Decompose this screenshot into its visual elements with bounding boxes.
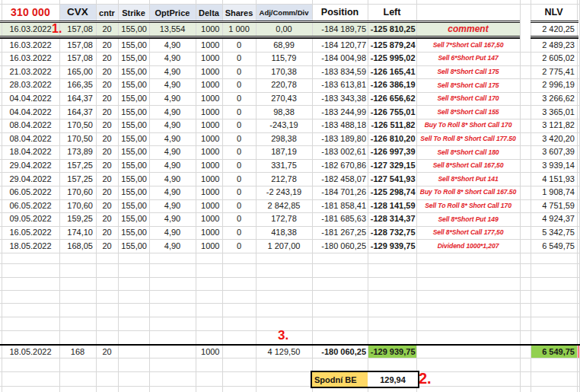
cell-delta-row8[interactable]: 1000 bbox=[196, 119, 222, 132]
cell-left-row10[interactable]: -126 997,39 bbox=[368, 145, 416, 159]
cell-optprice-row3[interactable]: 4,90 bbox=[149, 52, 196, 65]
cell-adj-row5[interactable]: 220,78 bbox=[256, 78, 312, 92]
cell-strike-row9[interactable]: 155,00 bbox=[118, 132, 149, 146]
cell-left-row3[interactable]: -125 995,02 bbox=[368, 52, 416, 65]
cell-nlv-row5[interactable]: 2 996,19 bbox=[531, 78, 577, 92]
cell-adj-row4[interactable]: 170,38 bbox=[256, 65, 312, 79]
cell-left-row11[interactable]: -127 329,15 bbox=[368, 159, 416, 173]
cell-price-row12[interactable]: 157,25 bbox=[59, 172, 96, 186]
cell-optprice-row12[interactable]: 4,90 bbox=[149, 172, 196, 186]
cell-optprice-row4[interactable]: 4,90 bbox=[149, 65, 196, 79]
cell-position-row9[interactable]: -183 189,80 bbox=[312, 132, 368, 146]
cell-date-row8[interactable]: 08.04.2022 bbox=[2, 119, 59, 132]
cell-position-row14[interactable]: -181 858,41 bbox=[312, 199, 368, 213]
cell-date-row6[interactable]: 04.04.2022 bbox=[2, 92, 59, 106]
cell-nlv-row9[interactable]: 3 420,20 bbox=[531, 132, 577, 146]
cell-shares-row2[interactable]: 0 bbox=[222, 38, 256, 52]
cell-date-row5[interactable]: 28.03.2022 bbox=[2, 78, 59, 92]
cell-optprice-row13[interactable]: 4,90 bbox=[149, 186, 196, 199]
cell-left-row13[interactable]: -125 298,74 bbox=[368, 186, 416, 199]
cell-position-row4[interactable]: -183 834,59 bbox=[312, 65, 368, 79]
cell-cntr-row12[interactable]: 20 bbox=[96, 172, 118, 186]
cell-shares-row13[interactable]: 0 bbox=[222, 186, 256, 199]
cell-price-row16[interactable]: 174,10 bbox=[59, 226, 96, 240]
cell-date-row9[interactable]: 08.04.2022 bbox=[2, 132, 59, 146]
summary-cell-position[interactable]: -180 060,25 bbox=[312, 346, 368, 358]
cell-delta-row3[interactable]: 1000 bbox=[196, 52, 222, 65]
cell-adj-row1[interactable]: 0,00 bbox=[256, 23, 312, 36]
breakeven-value-cell[interactable]: 129,94 bbox=[368, 372, 418, 387]
cell-position-row12[interactable]: -182 458,07 bbox=[312, 172, 368, 186]
cell-date-row2[interactable]: 16.03.2022 bbox=[2, 38, 59, 52]
cell-cntr-row2[interactable]: 20 bbox=[96, 38, 118, 52]
column-header-date[interactable]: 310 000 bbox=[2, 4, 59, 21]
cell-delta-row5[interactable]: 1000 bbox=[196, 78, 222, 92]
cell-position-row15[interactable]: -181 685,63 bbox=[312, 212, 368, 226]
cell-cntr-row14[interactable]: 20 bbox=[96, 199, 118, 213]
cell-adj-row11[interactable]: 331,75 bbox=[256, 159, 312, 173]
cell-delta-row17[interactable]: 1000 bbox=[196, 239, 222, 253]
cell-delta-row13[interactable]: 1000 bbox=[196, 186, 222, 199]
cell-date-row4[interactable]: 21.03.2022 bbox=[2, 65, 59, 79]
summary-cell-date[interactable]: 18.05.2022 bbox=[2, 346, 59, 358]
cell-cntr-row6[interactable]: 20 bbox=[96, 92, 118, 106]
column-header-delta[interactable]: Delta bbox=[196, 4, 222, 21]
cell-comment-row8[interactable]: Buy To Roll 8* Short Call 170 bbox=[416, 119, 520, 132]
column-header-strike[interactable]: Strike bbox=[118, 4, 149, 21]
cell-shares-row6[interactable]: 0 bbox=[222, 92, 256, 106]
breakeven-label-cell[interactable]: Spodní BE bbox=[312, 372, 368, 387]
cell-nlv-row15[interactable]: 4 924,37 bbox=[531, 212, 577, 226]
cell-nlv-row2[interactable]: 2 489,23 bbox=[531, 38, 577, 52]
cell-date-row7[interactable]: 04.04.2022 bbox=[2, 105, 59, 119]
cell-nlv-row12[interactable]: 4 151,93 bbox=[531, 172, 577, 186]
cell-position-row3[interactable]: -184 004,98 bbox=[312, 52, 368, 65]
cell-date-row13[interactable]: 06.05.2022 bbox=[2, 186, 59, 199]
cell-left-row8[interactable]: -126 511,82 bbox=[368, 119, 416, 132]
cell-cntr-row13[interactable]: 20 bbox=[96, 186, 118, 199]
cell-comment-row11[interactable]: Sell 8*Short Call 167,50 bbox=[416, 159, 520, 173]
cell-adj-row13[interactable]: -2 243,19 bbox=[256, 186, 312, 199]
cell-cntr-row15[interactable]: 20 bbox=[96, 212, 118, 226]
cell-comment-row2[interactable]: Sell 7*Short Call 167,50 bbox=[416, 38, 520, 52]
cell-delta-row6[interactable]: 1000 bbox=[196, 92, 222, 106]
cell-shares-row9[interactable]: 0 bbox=[222, 132, 256, 146]
cell-adj-row12[interactable]: 212,78 bbox=[256, 172, 312, 186]
cell-shares-row15[interactable]: 0 bbox=[222, 212, 256, 226]
column-header-cntr[interactable]: cntr bbox=[96, 4, 118, 21]
cell-delta-row15[interactable]: 1000 bbox=[196, 212, 222, 226]
cell-nlv-row13[interactable]: 1 908,74 bbox=[531, 186, 577, 199]
cell-date-row17[interactable]: 18.05.2022 bbox=[2, 239, 59, 253]
cell-optprice-row7[interactable]: 4,90 bbox=[149, 105, 196, 119]
cell-adj-row8[interactable]: -243,19 bbox=[256, 119, 312, 132]
cell-comment-row4[interactable]: Sell 8*Short Call 175 bbox=[416, 65, 520, 79]
cell-shares-row10[interactable]: 0 bbox=[222, 145, 256, 159]
summary-cell-delta[interactable]: 1000 bbox=[196, 346, 222, 358]
cell-cntr-row8[interactable]: 20 bbox=[96, 119, 118, 132]
cell-price-row1[interactable]: 157,08 bbox=[59, 23, 96, 36]
cell-cntr-row1[interactable]: 20 bbox=[96, 23, 118, 36]
cell-strike-row4[interactable]: 155,00 bbox=[118, 65, 149, 79]
cell-shares-row11[interactable]: 0 bbox=[222, 159, 256, 173]
cell-price-row3[interactable]: 157,08 bbox=[59, 52, 96, 65]
cell-delta-row9[interactable]: 1000 bbox=[196, 132, 222, 146]
cell-nlv-row14[interactable]: 4 751,59 bbox=[531, 199, 577, 213]
cell-strike-row12[interactable]: 155,00 bbox=[118, 172, 149, 186]
cell-shares-row3[interactable]: 0 bbox=[222, 52, 256, 65]
column-header-left[interactable]: Left bbox=[368, 4, 416, 21]
cell-position-row7[interactable]: -183 244,99 bbox=[312, 105, 368, 119]
summary-cell-adj[interactable]: 4 129,50 bbox=[256, 346, 312, 358]
cell-optprice-row11[interactable]: 4,90 bbox=[149, 159, 196, 173]
cell-adj-row10[interactable]: 187,19 bbox=[256, 145, 312, 159]
cell-price-row2[interactable]: 157,08 bbox=[59, 38, 96, 52]
cell-date-row10[interactable]: 18.04.2022 bbox=[2, 145, 59, 159]
column-header-price[interactable]: CVX bbox=[59, 4, 96, 21]
cell-shares-row16[interactable]: 0 bbox=[222, 226, 256, 240]
cell-strike-row2[interactable]: 155,00 bbox=[118, 38, 149, 52]
cell-strike-row3[interactable]: 155,00 bbox=[118, 52, 149, 65]
cell-position-row10[interactable]: -183 002,61 bbox=[312, 145, 368, 159]
cell-adj-row3[interactable]: 115,79 bbox=[256, 52, 312, 65]
cell-position-row17[interactable]: -180 060,25 bbox=[312, 239, 368, 253]
cell-price-row7[interactable]: 164,37 bbox=[59, 105, 96, 119]
cell-comment-row9[interactable]: Sell To Roll 8* Short Call 177.50 bbox=[416, 132, 520, 146]
cell-optprice-row5[interactable]: 4,90 bbox=[149, 78, 196, 92]
